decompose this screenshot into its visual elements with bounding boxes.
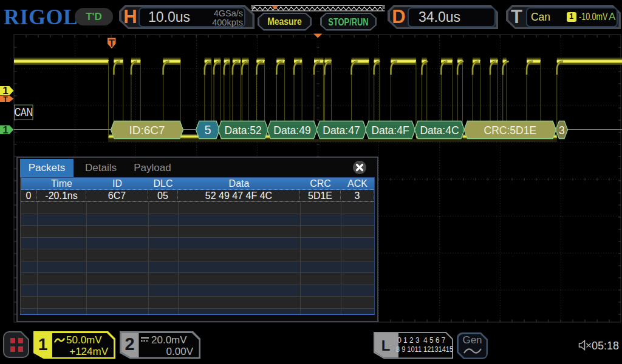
svg-text:Data:49: Data:49 xyxy=(273,124,310,136)
svg-text:CAN: CAN xyxy=(15,107,33,118)
svg-text:5: 5 xyxy=(204,123,211,136)
svg-text:T: T xyxy=(3,95,8,104)
svg-text:T: T xyxy=(109,38,115,49)
svg-text:CRC:5D1E: CRC:5D1E xyxy=(484,124,537,136)
svg-text:3: 3 xyxy=(559,124,565,136)
svg-text:Data:4F: Data:4F xyxy=(371,124,409,136)
svg-text:1: 1 xyxy=(2,124,8,136)
svg-text:Data:4C: Data:4C xyxy=(420,124,459,136)
svg-text:Data:47: Data:47 xyxy=(323,124,360,136)
svg-text:ID:6C7: ID:6C7 xyxy=(129,124,165,136)
svg-text:Data:52: Data:52 xyxy=(225,124,262,136)
